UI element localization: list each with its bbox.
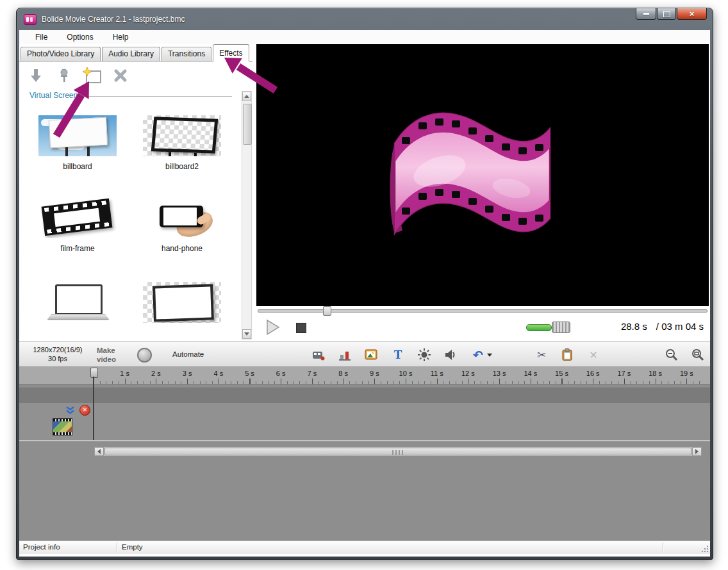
ruler-label: 2 s — [145, 370, 167, 377]
remove-track-button[interactable]: ✕ — [79, 405, 90, 416]
effect-item-hand-phone[interactable]: hand-phone — [134, 197, 230, 253]
status-bar: Project info Empty — [19, 541, 710, 554]
section-divider — [87, 96, 232, 97]
stop-button[interactable] — [296, 323, 306, 333]
tab-effects[interactable]: Effects — [213, 44, 249, 61]
cut-button[interactable]: ✂ — [534, 347, 549, 362]
add-text-button[interactable]: T — [390, 347, 406, 362]
billboard-panel — [49, 117, 108, 149]
playhead-handle[interactable] — [90, 368, 98, 378]
menu-file[interactable]: File — [34, 31, 49, 43]
effect-item-monitor[interactable] — [134, 282, 230, 323]
ruler-label: 1 s — [114, 370, 136, 377]
up-arrow-icon — [244, 95, 249, 98]
title-bar[interactable]: Bolide Movie Creator 2.1 - lastproject.b… — [17, 8, 713, 30]
scissors-icon: ✂ — [537, 348, 546, 362]
seek-thumb[interactable] — [323, 306, 331, 316]
close-icon: × — [690, 10, 695, 18]
effect-thumbnail-film-frame[interactable] — [38, 197, 117, 238]
delete-effect-button[interactable] — [110, 65, 131, 86]
undo-button[interactable]: ↶ — [470, 347, 486, 362]
effect-item-film-frame[interactable]: film-frame — [29, 197, 126, 253]
add-image-icon — [364, 348, 378, 362]
video-preview[interactable] — [256, 44, 709, 306]
effect-thumbnail-billboard2[interactable] — [143, 115, 221, 156]
zoom-fit-icon — [691, 348, 705, 362]
tab-photo-video-library[interactable]: Photo/Video Library — [21, 47, 101, 61]
total-time: / 03 m 04 s — [656, 321, 704, 332]
color-circle-button[interactable] — [137, 348, 152, 362]
effect-label: hand-phone — [134, 244, 230, 253]
clip-thumbnail[interactable] — [53, 418, 72, 436]
library-scrollbar[interactable] — [242, 91, 252, 339]
effect-thumbnail-monitor[interactable] — [143, 282, 221, 323]
add-to-project-button[interactable] — [26, 65, 46, 86]
timeline-track-upper[interactable] — [19, 387, 710, 403]
ruler-label: 19 s — [675, 370, 697, 377]
menu-help[interactable]: Help — [112, 31, 130, 43]
status-separator — [663, 542, 663, 553]
down-arrow-icon — [28, 67, 44, 84]
effect-item-billboard2[interactable]: billboard2 — [134, 115, 230, 171]
pin-icon — [56, 67, 72, 84]
ruler-label: 12 s — [457, 370, 479, 377]
tab-transitions[interactable]: Transitions — [161, 47, 211, 61]
scroll-down-button[interactable] — [242, 329, 251, 339]
timeline-scrollbar[interactable] — [94, 446, 702, 457]
zoom-out-button[interactable] — [664, 347, 679, 362]
monitor-screen — [153, 284, 214, 322]
automate-button[interactable]: Automate — [172, 350, 204, 358]
timeline-ruler[interactable]: 1 s 2 s 3 s 4 s 5 s 6 s 7 s 8 s 9 s 10 s… — [19, 367, 710, 385]
undo-dropdown[interactable] — [486, 347, 493, 362]
effect-item-billboard[interactable]: billboard — [29, 115, 126, 171]
maximize-icon — [663, 11, 670, 17]
play-button[interactable] — [265, 319, 281, 336]
scrollbar-grip — [392, 450, 404, 455]
effect-item-laptop[interactable] — [29, 282, 126, 323]
make-video-button[interactable]: Make video — [97, 346, 128, 364]
split-clip-button[interactable] — [311, 347, 326, 362]
volume-slider-fill[interactable] — [526, 324, 552, 331]
minimize-button[interactable] — [636, 8, 656, 20]
delete-clip-button[interactable]: ✕ — [586, 347, 601, 362]
laptop-base — [47, 314, 110, 320]
effect-thumbnail-laptop[interactable] — [38, 282, 117, 323]
collapse-track-button[interactable] — [65, 405, 76, 414]
close-button[interactable]: × — [677, 8, 707, 20]
menu-options[interactable]: Options — [65, 31, 94, 43]
zoom-fit-button[interactable] — [690, 347, 706, 362]
maximize-button[interactable] — [657, 8, 676, 20]
effect-thumbnail-hand-phone[interactable] — [143, 197, 221, 238]
film-strip-shape — [42, 199, 113, 236]
status-project-info: Project info — [23, 543, 60, 551]
scroll-right-button[interactable] — [692, 447, 702, 456]
track-separator — [19, 440, 710, 441]
add-image-button[interactable] — [363, 347, 379, 362]
seek-bar[interactable] — [256, 306, 709, 315]
scrollbar-thumb[interactable] — [243, 104, 252, 145]
delete-x-icon — [113, 68, 128, 83]
playhead-line — [93, 377, 94, 440]
virtual-screen-icon — [82, 67, 103, 85]
left-arrow-icon — [97, 449, 101, 454]
virtual-screen-button[interactable] — [82, 65, 103, 86]
speaker-icon — [443, 348, 458, 362]
effect-thumbnail-billboard[interactable] — [38, 115, 117, 156]
effect-label: billboard2 — [134, 162, 230, 171]
timeline-track-video[interactable] — [19, 403, 710, 440]
brightness-button[interactable] — [417, 347, 432, 362]
paste-button[interactable] — [559, 347, 575, 362]
ruler-label: 7 s — [301, 370, 323, 377]
client-area: File Options Help Photo/Video Library Au… — [19, 30, 710, 557]
volume-slider-thumb[interactable] — [552, 322, 570, 333]
clip-volume-button[interactable] — [443, 347, 458, 362]
scroll-left-button[interactable] — [94, 447, 104, 456]
pin-effect-button[interactable] — [54, 65, 74, 86]
section-label-virtual-screen: Virtual Screen — [29, 91, 78, 100]
resize-grip[interactable] — [700, 544, 709, 553]
timeline-scrollbar-thumb[interactable] — [104, 448, 691, 455]
scroll-up-button[interactable] — [242, 92, 251, 101]
clip-levels-button[interactable] — [337, 347, 352, 362]
timeline-area[interactable]: ✕ — [19, 385, 710, 541]
tab-audio-library[interactable]: Audio Library — [102, 47, 160, 61]
